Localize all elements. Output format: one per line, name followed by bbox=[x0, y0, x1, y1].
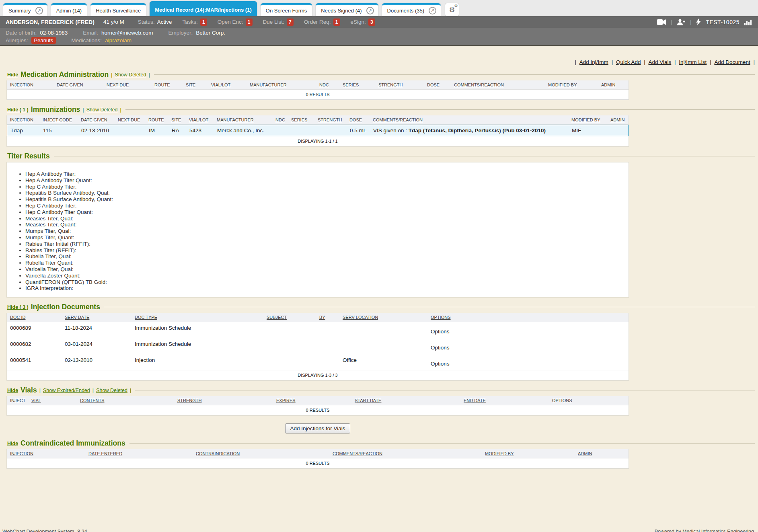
column-header[interactable]: OPTIONS bbox=[427, 313, 629, 322]
cell-doc-type: Immunization Schedule bbox=[131, 338, 263, 354]
column-header[interactable]: ADMIN bbox=[607, 115, 629, 124]
order-req-count-badge[interactable]: 1 bbox=[333, 18, 340, 26]
column-header[interactable]: MANUFACTURER bbox=[214, 115, 272, 124]
column-header[interactable]: DOC ID bbox=[7, 313, 62, 322]
column-header[interactable]: SUBJECT bbox=[263, 313, 316, 322]
column-header[interactable]: SERV DATE bbox=[62, 313, 131, 322]
document-row[interactable]: 0000682 03-01-2024 Immunization Schedule… bbox=[7, 338, 629, 354]
column-header[interactable]: COMMENTS/REACTION bbox=[329, 449, 482, 458]
tab-medical-record-active[interactable]: Medical Record (14):MAR/Injections (1) bbox=[150, 1, 257, 16]
popout-icon[interactable]: ↗ bbox=[429, 7, 436, 14]
options-link[interactable]: Options bbox=[427, 322, 629, 338]
column-header[interactable]: VIAL bbox=[28, 396, 77, 405]
popout-icon[interactable]: ↗ bbox=[35, 7, 43, 14]
column-header[interactable]: CONTENTS bbox=[77, 396, 174, 405]
options-link[interactable]: Options bbox=[427, 354, 629, 370]
column-header[interactable]: NEXT DUE bbox=[103, 80, 151, 89]
add-document-link[interactable]: Add Document bbox=[714, 59, 750, 65]
column-header[interactable]: NDC bbox=[272, 115, 288, 124]
column-header[interactable]: NEXT DUE bbox=[115, 115, 145, 124]
column-header[interactable]: STRENGTH bbox=[314, 115, 346, 124]
allergy-badge[interactable]: Peanuts bbox=[31, 37, 56, 44]
immunization-row-tdap[interactable]: Tdap 115 02-13-2010 IM RA 5423 Merck and… bbox=[7, 125, 629, 136]
cell-site: RA bbox=[168, 125, 186, 136]
lightning-bolt-icon[interactable] bbox=[696, 18, 701, 25]
column-header[interactable]: CONTRAINDICATION bbox=[193, 449, 329, 458]
column-header[interactable]: NDC bbox=[316, 80, 339, 89]
column-header[interactable]: INJECTION bbox=[7, 115, 39, 124]
inj-imm-list-link[interactable]: Inj/Imm List bbox=[679, 59, 707, 65]
due-list-count-badge[interactable]: 7 bbox=[287, 18, 294, 26]
column-header[interactable]: ROUTE bbox=[151, 80, 183, 89]
column-header[interactable]: INJECT CODE bbox=[39, 115, 78, 124]
medication-value[interactable]: alprazolam bbox=[105, 37, 131, 43]
bar-chart-icon[interactable] bbox=[744, 19, 752, 25]
tab-on-screen-forms[interactable]: On Screen Forms bbox=[261, 3, 312, 16]
column-header[interactable]: DATE GIVEN bbox=[78, 115, 115, 124]
separator: | bbox=[575, 59, 577, 65]
column-header[interactable]: DOSE bbox=[346, 115, 370, 124]
show-deleted-link[interactable]: Show Deleted bbox=[86, 107, 118, 113]
column-header[interactable]: END DATE bbox=[460, 396, 549, 405]
column-header[interactable]: VIAL/LOT bbox=[186, 115, 214, 124]
column-header[interactable]: SITE bbox=[168, 115, 186, 124]
quick-add-link[interactable]: Quick Add bbox=[616, 59, 641, 65]
show-expired-link[interactable]: Show Expired/Ended bbox=[43, 388, 90, 393]
esign-count-badge[interactable]: 3 bbox=[368, 18, 375, 26]
add-inj-imm-link[interactable]: Add Inj/Imm bbox=[579, 59, 608, 65]
tab-documents[interactable]: Documents (35) ↗ bbox=[382, 3, 441, 16]
column-header[interactable]: STRENGTH bbox=[174, 396, 273, 405]
column-header[interactable]: COMMENTS/REACTION bbox=[451, 80, 545, 89]
column-header[interactable]: DATE ENTERED bbox=[85, 449, 193, 458]
hide-link[interactable]: Hide bbox=[7, 388, 18, 393]
column-header[interactable]: SERIES bbox=[339, 80, 375, 89]
column-header[interactable]: ROUTE bbox=[145, 115, 168, 124]
open-enc-count-badge[interactable]: 1 bbox=[246, 18, 253, 26]
add-injections-for-vials-button[interactable]: Add Injections for Vials bbox=[285, 423, 350, 433]
tab-admin[interactable]: Admin (14) bbox=[51, 3, 87, 16]
column-header[interactable]: ADMIN bbox=[598, 80, 629, 89]
column-header[interactable]: EXPIRES bbox=[273, 396, 351, 405]
column-header[interactable]: SERIES bbox=[288, 115, 314, 124]
hide-link[interactable]: Hide bbox=[7, 441, 18, 446]
column-header[interactable]: SITE bbox=[183, 80, 208, 89]
column-header[interactable]: INJECTION bbox=[7, 80, 53, 89]
add-user-icon[interactable] bbox=[677, 19, 685, 25]
hide-link[interactable]: Hide ( 3 ) bbox=[7, 304, 29, 310]
column-header[interactable]: MANUFACTURER bbox=[247, 80, 316, 89]
hide-link[interactable]: Hide bbox=[7, 72, 18, 78]
column-header[interactable]: VIAL/LOT bbox=[208, 80, 247, 89]
add-vials-link[interactable]: Add Vials bbox=[649, 59, 672, 65]
column-header[interactable]: DOSE bbox=[424, 80, 451, 89]
show-deleted-link[interactable]: Show Deleted bbox=[115, 72, 146, 78]
column-header[interactable]: STRENGTH bbox=[375, 80, 424, 89]
column-header[interactable]: DOC TYPE bbox=[131, 313, 263, 322]
settings-button[interactable]: ⚙⚙ bbox=[445, 3, 459, 16]
popout-icon[interactable]: ↗ bbox=[366, 7, 374, 14]
show-deleted-link[interactable]: Show Deleted bbox=[96, 388, 127, 393]
document-row[interactable]: 0000689 11-18-2024 Immunization Schedule… bbox=[7, 322, 629, 338]
column-header[interactable]: BY bbox=[316, 313, 339, 322]
options-link[interactable]: Options bbox=[427, 338, 629, 354]
hide-link[interactable]: Hide ( 1 ) bbox=[7, 107, 29, 113]
column-header[interactable]: MODIFIED BY bbox=[568, 115, 607, 124]
column-header[interactable]: ADMIN bbox=[575, 449, 629, 458]
column-header[interactable]: INJECTION bbox=[7, 449, 85, 458]
section-legend: Hide ( 3 ) Injection Documents bbox=[6, 303, 755, 311]
patient-subheader-demographics: Date of birth: 02-08-1983 Email: horner@… bbox=[0, 28, 758, 37]
tab-health-surveillance[interactable]: Health Surveillance bbox=[90, 3, 146, 16]
video-camera-icon[interactable] bbox=[657, 19, 666, 25]
column-header[interactable]: COMMENTS/REACTION bbox=[370, 115, 568, 124]
document-row[interactable]: 0000541 02-13-2010 Injection Office Opti… bbox=[7, 354, 629, 370]
column-header[interactable]: START DATE bbox=[351, 396, 460, 405]
titer-item: Rubella Titer, Qual: bbox=[25, 253, 629, 260]
column-header[interactable]: MODIFIED BY bbox=[482, 449, 575, 458]
column-header[interactable]: DATE GIVEN bbox=[53, 80, 103, 89]
tab-summary[interactable]: Summary ↗ bbox=[3, 3, 47, 16]
titer-item: IGRA Interpretation: bbox=[25, 285, 629, 292]
tasks-count-badge[interactable]: 1 bbox=[200, 18, 207, 26]
column-header[interactable]: SERV LOCATION bbox=[339, 313, 427, 322]
section-legend: Hide Vials | Show Expired/Ended | Show D… bbox=[6, 386, 755, 394]
column-header[interactable]: MODIFIED BY bbox=[545, 80, 598, 89]
tab-needs-signed[interactable]: Needs Signed (4) ↗ bbox=[316, 3, 378, 16]
